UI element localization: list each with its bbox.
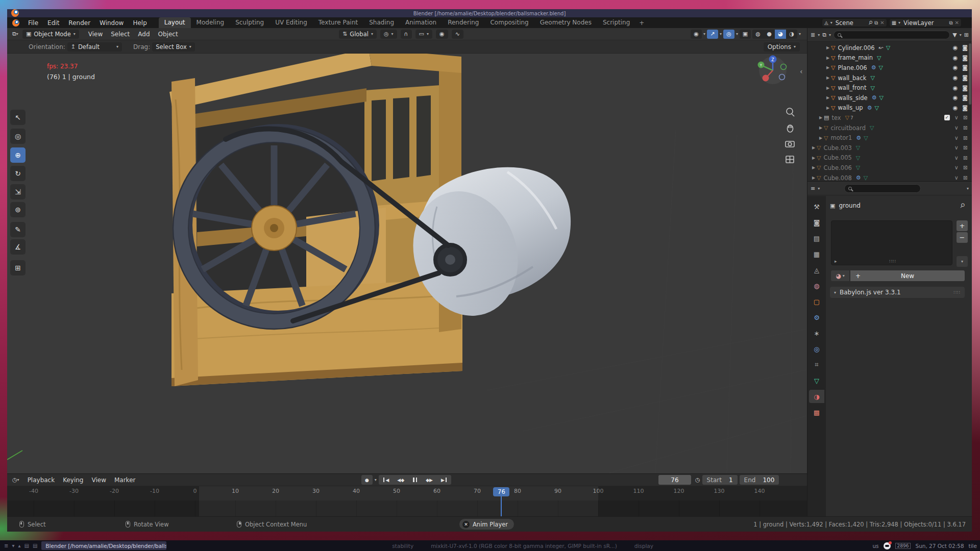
outliner-item-frame-main[interactable]: ▶▽frame_main▽◉◙	[807, 53, 968, 63]
properties-tab-view-layer[interactable]: ▦	[809, 247, 824, 261]
expand-icon[interactable]: ▶	[811, 165, 817, 170]
expand-icon[interactable]: ▶	[818, 126, 824, 130]
viewlayer-name[interactable]: ViewLayer	[902, 19, 947, 27]
playhead-line[interactable]	[501, 495, 502, 516]
filter-icon[interactable]: ▼	[952, 32, 957, 38]
eye-closed-icon[interactable]: ∨	[954, 124, 959, 131]
tab-uv-editing[interactable]: UV Editing	[270, 17, 313, 28]
tool-transform[interactable]: ⊚	[10, 202, 26, 217]
navigation-gizmo[interactable]: Z Y	[758, 56, 787, 85]
expand-icon[interactable]: ▶	[825, 65, 831, 70]
new-material-button[interactable]: + New	[850, 270, 965, 281]
collection-checkbox[interactable]: ✓	[944, 115, 950, 120]
properties-tab-object[interactable]: ▢	[809, 295, 824, 308]
outliner-item-wall-back[interactable]: ▶▽wall_back▽◉◙	[807, 73, 968, 83]
properties-tab-material[interactable]: ◑	[809, 390, 824, 403]
camera-disabled-icon[interactable]: ⊠	[963, 164, 968, 171]
browse-material-dropdown[interactable]: ◕▾	[831, 270, 849, 281]
up-arrow-icon[interactable]: ▴	[18, 543, 20, 548]
camera-disabled-icon[interactable]: ⊠	[963, 155, 968, 161]
pin-icon[interactable]: ⚲	[867, 19, 874, 26]
properties-tab-physics[interactable]: ◎	[809, 342, 824, 356]
taskbar-window-stability[interactable]: stability	[388, 541, 418, 550]
camera-disabled-icon[interactable]: ⊠	[963, 174, 968, 181]
eye-closed-icon[interactable]: ∨	[954, 174, 959, 181]
expand-icon[interactable]: ▶	[818, 115, 824, 120]
expand-icon[interactable]: ▶	[825, 95, 831, 100]
orientation-dropdown[interactable]: ⇅ Global ▾	[339, 30, 377, 39]
viewport-menu-object[interactable]: Object	[154, 30, 182, 39]
outliner-item-cube-005[interactable]: ▶▽Cube.005▽∨⊠	[807, 153, 968, 163]
breadcrumb-object-name[interactable]: ground	[839, 202, 860, 209]
timeline-editor-icon[interactable]: ◷	[12, 477, 17, 483]
tool-measure[interactable]: ∡	[10, 239, 26, 255]
add-workspace-button[interactable]: +	[635, 18, 648, 28]
outliner-item-plane-006[interactable]: ▶▽Plane.006⚙▽◉◙	[807, 63, 968, 73]
folder-icon[interactable]: ▤	[24, 543, 29, 548]
record-button[interactable]: ●	[361, 475, 373, 485]
stopwatch-icon[interactable]: ◷	[695, 477, 700, 483]
babylon-panel-header[interactable]: ▾ Babylon.js ver 3.3.1 ∷∷	[830, 287, 965, 298]
down-arrow-icon[interactable]: ▾	[12, 543, 14, 548]
playhead-frame-badge[interactable]: 76	[493, 487, 509, 496]
next-keyframe-button[interactable]: ◆▶	[422, 475, 437, 485]
taskbar-window-mixkit-u7-xvf-1-0-rg[interactable]: mixkit-U7-xvf-1.0 (RGB color 8-bit gamma…	[427, 541, 621, 550]
properties-tab-texture[interactable]: ▩	[809, 406, 824, 419]
timeline-menu-marker[interactable]: Marker	[110, 475, 139, 485]
xray-toggle[interactable]: ▣	[740, 30, 751, 39]
anim-player-badge[interactable]: ✕ Anim Player	[459, 519, 514, 530]
eye-closed-icon[interactable]: ∨	[954, 164, 959, 171]
outliner-item-walls-up[interactable]: ▶▽walls_up⚙▽◉◙	[807, 103, 968, 113]
outliner-item-tex[interactable]: ▶▤tex▽7✓∨⊠	[807, 113, 968, 123]
tool-move[interactable]: ⊕	[10, 147, 26, 163]
scene-name[interactable]: Scene	[835, 19, 867, 27]
ortho-toggle-icon[interactable]	[786, 156, 794, 163]
expand-icon[interactable]: ▶	[811, 176, 817, 180]
tab-rendering[interactable]: Rendering	[442, 17, 484, 28]
viewport-menu-add[interactable]: Add	[134, 30, 154, 39]
camera-visibility-icon[interactable]: ◙	[962, 94, 968, 101]
zoom-icon[interactable]	[787, 108, 794, 116]
properties-tab-constraints[interactable]: ⌗	[809, 358, 824, 371]
tab-animation[interactable]: Animation	[400, 17, 442, 28]
expand-icon[interactable]: ▶	[825, 45, 831, 50]
camera-disabled-icon[interactable]: ⊠	[963, 114, 968, 121]
outliner-item-cylinder-006[interactable]: ▶▽Cylinder.006↜▽◉◙	[807, 43, 968, 53]
pin-id-icon[interactable]: ⚲	[959, 202, 967, 210]
remove-slot-button[interactable]: −	[957, 232, 968, 243]
orientation-setting-dropdown[interactable]: ↥ Default ▾	[67, 42, 122, 52]
taskbar-window-blender[interactable]: Blender [/home/amalie/Desktop/blender/ba…	[41, 541, 166, 550]
pause-button[interactable]	[408, 475, 422, 485]
expand-icon[interactable]: ▶	[825, 86, 831, 90]
camera-visibility-icon[interactable]: ◙	[962, 74, 968, 81]
menu-render[interactable]: Render	[64, 18, 95, 28]
expand-icon[interactable]: ▶	[811, 145, 817, 150]
expand-icon[interactable]: ▶	[825, 76, 831, 80]
new-collection-icon[interactable]: ⊞	[964, 32, 969, 38]
blender-menu-icon[interactable]	[12, 19, 19, 27]
taskbar-window-display[interactable]: display	[630, 541, 657, 550]
properties-tab-output[interactable]: ▤	[809, 232, 824, 245]
outliner-search-input[interactable]	[834, 31, 950, 39]
delete-scene-icon[interactable]: ✕	[880, 20, 884, 26]
tab-scripting[interactable]: Scripting	[597, 17, 635, 28]
snap-target-dropdown[interactable]: ▭▾	[415, 30, 432, 39]
tray-badge[interactable]: 2896	[895, 543, 911, 549]
slot-expand-icon[interactable]: ▸	[835, 259, 837, 264]
tab-compositing[interactable]: Compositing	[484, 17, 534, 28]
snap-toggle[interactable]: ∩	[401, 30, 412, 39]
outliner-item-cube-003[interactable]: ▶▽Cube.003▽∨⊠	[807, 143, 968, 153]
stop-player-icon[interactable]: ✕	[462, 521, 470, 528]
delete-viewlayer-icon[interactable]: ✕	[955, 20, 959, 26]
camera-disabled-icon[interactable]: ⊠	[963, 144, 968, 151]
expand-icon[interactable]: ▶	[825, 106, 831, 110]
timeline-menu-keying[interactable]: Keying	[59, 475, 87, 485]
proportional-edit-toggle[interactable]: ◉	[436, 30, 448, 39]
editor-type-icon[interactable]: ⧉	[12, 31, 16, 37]
keyboard-layout-indicator[interactable]: us	[872, 543, 878, 549]
overlays-toggle[interactable]: ◎	[723, 30, 734, 39]
tool-annotate[interactable]: ✎	[10, 222, 26, 237]
properties-editor-icon[interactable]: ≡	[811, 185, 815, 192]
new-viewlayer-icon[interactable]: ⧉	[949, 20, 952, 26]
camera-visibility-icon[interactable]: ◙	[962, 85, 968, 91]
